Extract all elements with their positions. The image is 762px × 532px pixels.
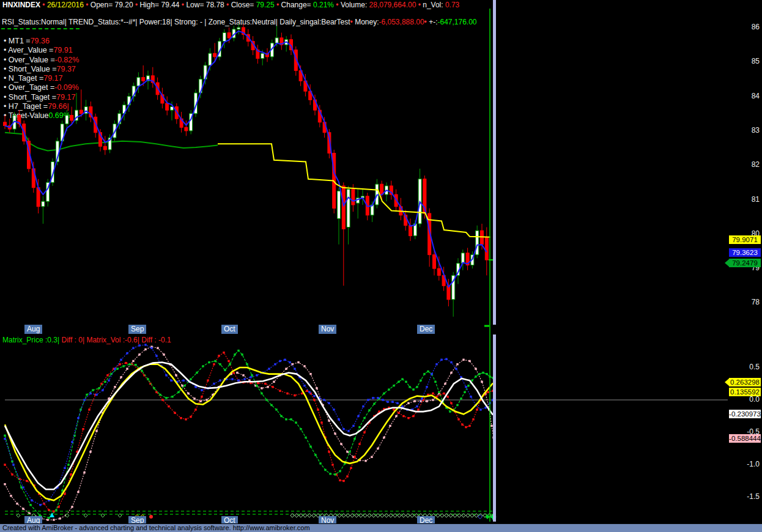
oscillator-tick: 0.0 <box>723 395 760 404</box>
price-tick: 83 <box>723 126 760 135</box>
matrix-pink-marker <box>475 368 476 369</box>
price-tick: 78 <box>723 298 760 306</box>
matrix-blue-marker <box>64 467 65 469</box>
matrix-blue-marker <box>165 374 167 376</box>
candle-body <box>485 237 488 260</box>
matrix-red-marker <box>350 467 352 469</box>
matrix-green-marker <box>427 371 429 372</box>
price-tick: 84 <box>723 92 760 100</box>
matrix-red-marker <box>125 362 127 364</box>
matrix-pink-marker <box>444 383 446 385</box>
matrix-pink-marker <box>426 400 427 402</box>
matrix-green-marker <box>353 438 355 440</box>
matrix-blue-marker <box>243 378 245 380</box>
matrix-red-marker <box>207 380 209 382</box>
matrix-blue-marker <box>377 397 379 399</box>
matrix-blue-marker <box>416 405 418 407</box>
matrix-pink-marker <box>309 373 311 375</box>
axis-value-label: -0.588444 <box>729 434 761 443</box>
matrix-green-marker <box>324 469 326 471</box>
matrix-pink-marker <box>193 397 195 399</box>
matrix-green-marker <box>388 388 390 390</box>
matrix-red-marker <box>487 391 489 393</box>
candle-body <box>437 268 440 275</box>
matrix-pink-marker <box>261 387 262 389</box>
matrix-green-marker <box>234 353 235 355</box>
matrix-green-marker <box>122 365 124 367</box>
matrix-green-marker <box>456 404 458 406</box>
matrix-red-marker <box>363 431 365 433</box>
matrix-pink-marker <box>95 430 97 432</box>
matrix-blue-marker <box>328 402 330 404</box>
matrix-red-marker <box>339 479 341 481</box>
signal-yellow-line <box>5 364 493 501</box>
matrix-green-marker <box>471 380 473 382</box>
matrix-pink-marker <box>285 368 287 369</box>
matrix-blue-marker <box>71 441 73 443</box>
scroll-bar-top <box>493 0 496 325</box>
matrix-green-marker <box>92 389 94 391</box>
matrix-red-marker <box>272 386 273 388</box>
matrix-pink-marker <box>138 353 140 355</box>
matrix-green-marker <box>398 381 399 383</box>
matrix-blue-marker <box>274 363 276 365</box>
matrix-pink-marker <box>4 483 6 485</box>
matrix-green-marker <box>29 504 31 506</box>
matrix-green-marker <box>128 363 130 365</box>
matrix-green-marker <box>363 417 365 419</box>
matrix-red-marker <box>106 374 108 376</box>
matrix-green-marker <box>224 369 226 371</box>
matrix-red-marker <box>26 480 28 482</box>
matrix-green-marker <box>171 396 173 397</box>
matrix-green-marker <box>314 454 316 456</box>
matrix-green-marker <box>275 408 277 410</box>
matrix-blue-marker <box>213 383 215 385</box>
matrix-green-marker <box>159 394 161 396</box>
matrix-blue-marker <box>22 486 24 488</box>
amibroker-footer: Created with AmiBroker - advanced charti… <box>0 523 762 532</box>
signal-dot <box>149 515 153 519</box>
matrix-blue-marker <box>382 399 383 401</box>
matrix-pink-marker <box>120 376 122 378</box>
matrix-pink-marker <box>413 400 415 402</box>
matrix-red-marker <box>88 408 90 410</box>
matrix-green-marker <box>135 364 136 366</box>
matrix-pink-marker <box>340 443 342 445</box>
matrix-red-marker <box>432 393 434 394</box>
matrix-green-marker <box>256 385 257 386</box>
matrix-red-marker <box>213 363 215 365</box>
matrix-red-marker <box>398 412 399 414</box>
matrix-blue-marker <box>352 425 354 427</box>
matrix-green-marker <box>475 375 476 377</box>
matrix-pink-marker <box>450 372 452 374</box>
matrix-blue-marker <box>155 355 157 357</box>
matrix-green-marker <box>246 363 248 365</box>
chart-canvas[interactable] <box>0 0 762 532</box>
matrix-red-marker <box>465 426 467 428</box>
matrix-red-marker <box>218 355 220 357</box>
matrix-green-marker <box>401 378 403 380</box>
matrix-green-marker <box>339 470 341 472</box>
matrix-blue-marker <box>333 408 335 410</box>
matrix-pink-marker <box>157 347 158 349</box>
candle-body <box>409 226 412 236</box>
matrix-green-marker <box>319 462 321 464</box>
matrix-pink-marker <box>377 448 379 449</box>
matrix-pink-marker <box>187 393 189 394</box>
matrix-red-marker <box>402 415 404 417</box>
matrix-red-marker <box>168 405 169 407</box>
price-tick: 85 <box>723 57 760 65</box>
matrix-green-marker <box>147 378 149 380</box>
matrix-green-marker <box>202 365 204 367</box>
matrix-green-marker <box>409 386 410 388</box>
matrix-pink-marker <box>462 359 464 361</box>
matrix-green-marker <box>482 372 484 374</box>
matrix-blue-marker <box>479 408 481 410</box>
matrix-blue-marker <box>194 386 196 388</box>
matrix-pink-marker <box>144 349 146 350</box>
oscillator-tick: 0.5 <box>723 363 760 371</box>
price-tick: 86 <box>723 23 760 31</box>
matrix-green-marker <box>116 368 118 369</box>
matrix-green-marker <box>467 385 469 386</box>
matrix-red-marker <box>342 480 344 482</box>
